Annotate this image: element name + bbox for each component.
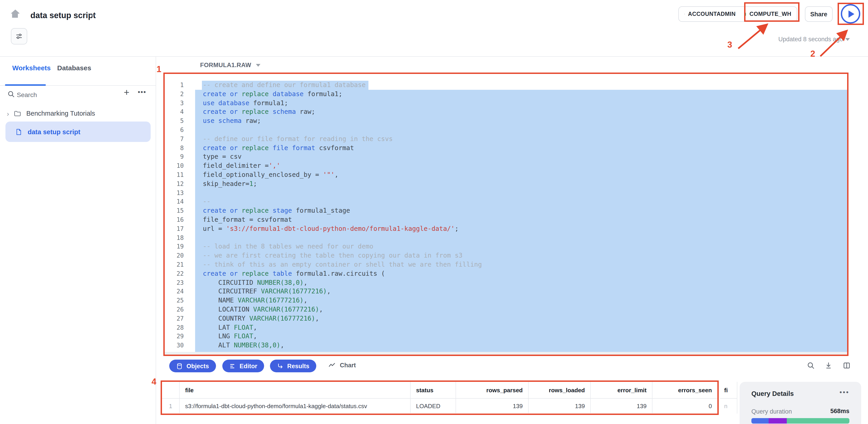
column-header[interactable]: error_limit [591,382,652,398]
column-header[interactable]: status [411,382,456,398]
share-button[interactable]: Share [805,6,833,22]
chart-pane-button[interactable]: Chart [328,361,356,369]
code-line[interactable]: 9type = csv [165,153,847,162]
column-header[interactable] [162,382,180,398]
line-number: 20 [165,251,195,260]
code-line[interactable]: 18 [165,233,847,242]
line-number: 28 [165,323,195,332]
more-options-button[interactable]: ••• [135,88,149,102]
line-number: 30 [165,341,195,350]
code-line[interactable]: 16file_format = csvformat [165,216,847,225]
code-line[interactable]: 5use schema raw; [165,117,847,126]
query-details-menu-icon[interactable]: ••• [839,388,849,396]
code-line[interactable]: 23 CIRCUITID NUMBER(38,0), [165,278,847,287]
results-pane-button[interactable]: Results [270,360,316,372]
column-header[interactable]: errors_seen [652,382,717,398]
code-line[interactable]: 4create or replace schema raw; [165,108,847,117]
line-number: 24 [165,287,195,296]
worksheet-title[interactable]: data setup script [30,11,96,21]
code-text: -- think of this as an empty container o… [195,260,847,269]
add-worksheet-button[interactable]: + [121,87,132,101]
line-number: 12 [165,180,195,189]
code-text: LNG FLOAT, [195,332,847,341]
code-text: use schema raw; [195,117,847,126]
code-line[interactable]: 8create or replace file format csvformat [165,143,847,153]
editor-pane-button[interactable]: Editor [222,360,264,372]
line-number: 7 [165,135,195,144]
table-cell[interactable]: 139 [456,399,529,413]
filters-button[interactable] [11,28,27,44]
code-line[interactable]: 6 [165,126,847,135]
code-line[interactable]: 19-- load in the 8 tables we need for ou… [165,242,847,252]
query-duration-label: Query duration [751,408,792,415]
code-line[interactable]: 30 ALT NUMBER(38,0), [165,341,847,350]
code-text: CIRCUITREF VARCHAR(16777216), [195,287,847,296]
updated-dropdown-icon[interactable] [845,38,850,41]
code-line[interactable]: 3use database formula1; [165,99,847,108]
code-line[interactable]: 17url = 's3://formula1-dbt-cloud-python-… [165,225,847,233]
line-number: 13 [165,188,195,197]
folder-label: Benchmarking Tutorials [26,110,95,117]
code-line[interactable]: 26 LOCATION VARCHAR(16777216), [165,305,847,314]
search-results-icon[interactable] [807,361,815,369]
results-table: filestatusrows_parsedrows_loadederror_li… [161,381,719,415]
table-cell[interactable]: 1 [162,399,180,413]
search-input[interactable] [17,89,112,101]
split-view-icon[interactable] [843,361,851,369]
session-context-pill[interactable]: ACCOUNTADMIN COMPUTE_WH [678,6,797,22]
objects-pane-button[interactable]: Objects [169,360,216,372]
database-schema-selector[interactable]: FORMULA1.RAW [200,62,260,68]
line-number: 23 [165,278,195,287]
column-header[interactable]: rows_parsed [456,382,529,398]
warehouse-status-dot [745,12,746,15]
tree-folder-benchmarking-tutorials[interactable]: › Benchmarking Tutorials [0,106,156,120]
code-line[interactable]: 21-- think of this as an empty container… [165,260,847,269]
code-line[interactable]: 27 COUNTRY VARCHAR(16777216), [165,314,847,323]
code-line[interactable]: 14-- [165,197,847,206]
table-cell[interactable]: 0 [652,399,717,413]
code-line[interactable]: 2create or replace database formula1; [165,90,847,99]
table-cell[interactable]: LOADED [411,399,456,413]
code-line[interactable]: 1-- create and define our formula1 datab… [165,81,847,90]
table-cell[interactable]: s3://formula1-dbt-cloud-python-demo/form… [180,399,411,413]
code-line[interactable]: 25 NAME VARCHAR(16777216), [165,296,847,305]
warehouse-label[interactable]: COMPUTE_WH [749,11,791,17]
code-line[interactable]: 13 [165,188,847,197]
table-cell[interactable]: 139 [591,399,652,413]
code-line[interactable]: 11field_optionally_enclosed_by = '"', [165,170,847,180]
code-line[interactable]: 12skip_header=1; [165,180,847,189]
code-line[interactable]: 20-- we are first creating the table the… [165,251,847,260]
code-text: LAT FLOAT, [195,323,847,332]
tab-worksheets[interactable]: Worksheets [12,64,51,72]
line-number: 25 [165,296,195,305]
code-line[interactable]: 29 LNG FLOAT, [165,332,847,341]
column-header[interactable]: rows_loaded [529,382,591,398]
results-table-row[interactable]: 1s3://formula1-dbt-cloud-python-demo/for… [162,399,717,413]
code-text: COUNTRY VARCHAR(16777216), [195,314,847,323]
code-text: LOCATION VARCHAR(16777216), [195,305,847,314]
line-number: 19 [165,242,195,252]
table-cell[interactable]: 139 [529,399,591,413]
clipped-column-header: fi [720,382,737,399]
code-line[interactable]: 24 CIRCUITREF VARCHAR(16777216), [165,287,847,296]
tab-databases[interactable]: Databases [57,64,91,72]
code-line[interactable]: 15create or replace stage formula1_stage [165,206,847,216]
role-label: ACCOUNTADMIN [688,11,736,17]
code-line[interactable]: 28 LAT FLOAT, [165,323,847,332]
title-dropdown-icon[interactable] [90,14,95,17]
query-duration-bar [751,418,849,424]
code-text: -- define our file format for reading in… [195,135,847,144]
chevron-right-icon[interactable]: › [7,109,9,117]
code-line[interactable]: 10field_delimiter =',' [165,161,847,170]
sql-editor[interactable]: 1-- create and define our formula1 datab… [163,72,848,356]
column-header[interactable]: file [180,382,411,398]
results-arrow-icon [277,363,284,369]
code-line[interactable]: 22create or replace table formula1.raw.c… [165,269,847,278]
run-button[interactable] [841,4,860,24]
editor-horizontal-scrollbar[interactable] [165,352,847,356]
code-line[interactable]: 7-- define our file format for reading i… [165,135,847,144]
home-icon[interactable] [9,8,21,20]
download-results-icon[interactable] [825,361,833,369]
tree-item-data-setup-script[interactable]: data setup script [5,122,151,142]
line-number: 6 [165,126,195,135]
